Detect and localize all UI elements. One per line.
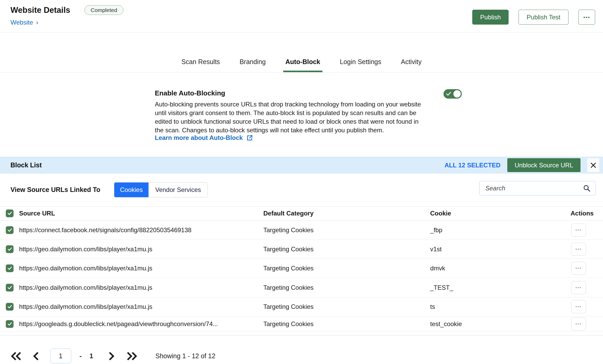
previous-page-button[interactable] bbox=[32, 351, 39, 361]
row-actions-button[interactable]: ••• bbox=[571, 262, 586, 275]
table-row: https://geo.dailymotion.com/libs/player/… bbox=[0, 259, 603, 278]
source-url-cell: https://connect.facebook.net/signals/con… bbox=[19, 226, 191, 234]
default-category-cell: Targeting Cookies bbox=[263, 303, 314, 310]
double-chevron-left-icon bbox=[10, 351, 22, 361]
default-category-cell: Targeting Cookies bbox=[263, 265, 314, 272]
row-checkbox[interactable] bbox=[6, 303, 14, 311]
filter-cookies-button[interactable]: Cookies bbox=[114, 183, 149, 197]
default-category-cell: Targeting Cookies bbox=[263, 226, 314, 234]
tab-activity[interactable]: Activity bbox=[399, 58, 424, 72]
chevron-right-icon bbox=[108, 351, 115, 361]
check-icon bbox=[7, 228, 12, 232]
cookie-cell: _TEST_ bbox=[430, 284, 453, 291]
check-icon bbox=[7, 286, 12, 290]
pagination: - 1 Showing 1 - 12 of 12 bbox=[10, 349, 215, 363]
selection-count-text: ALL 12 SELECTED bbox=[445, 162, 500, 169]
auto-blocking-toggle[interactable] bbox=[443, 89, 462, 99]
table-row: https://geo.dailymotion.com/libs/player/… bbox=[0, 278, 603, 297]
ellipsis-icon: ••• bbox=[576, 285, 582, 290]
linked-to-segmented-control: Cookies Vendor Services bbox=[114, 182, 208, 197]
page-header: Website Details Completed Website › Publ… bbox=[0, 0, 603, 33]
page-number-input[interactable] bbox=[50, 349, 71, 363]
column-source-url: Source URL bbox=[19, 210, 55, 217]
row-checkbox[interactable] bbox=[6, 245, 14, 253]
tab-scan-results[interactable]: Scan Results bbox=[179, 58, 222, 72]
select-all-checkbox[interactable] bbox=[6, 209, 14, 217]
toggle-knob bbox=[453, 90, 461, 98]
row-checkbox[interactable] bbox=[6, 226, 14, 234]
more-options-button[interactable]: ••• bbox=[578, 10, 595, 25]
learn-more-label: Learn more about Auto-Block bbox=[155, 134, 243, 141]
close-icon bbox=[590, 162, 597, 169]
search-input[interactable] bbox=[480, 185, 583, 192]
table-row: https://geo.dailymotion.com/libs/player/… bbox=[0, 240, 603, 259]
check-icon bbox=[7, 247, 12, 251]
chevron-left-icon bbox=[32, 351, 39, 361]
total-pages: 1 bbox=[89, 352, 93, 360]
row-actions-button[interactable]: ••• bbox=[571, 300, 586, 313]
search-box bbox=[479, 181, 596, 195]
tab-bar: Scan Results Branding Auto-Block Login S… bbox=[0, 33, 603, 72]
ellipsis-icon: ••• bbox=[576, 304, 582, 309]
row-actions-button[interactable]: ••• bbox=[571, 224, 586, 237]
ellipsis-icon: ••• bbox=[576, 247, 582, 252]
filter-vendor-services-button[interactable]: Vendor Services bbox=[149, 183, 208, 197]
table-header: Source URL Default Category Cookie Actio… bbox=[0, 206, 603, 220]
ellipsis-icon: ••• bbox=[576, 228, 582, 233]
publish-test-button[interactable]: Publish Test bbox=[519, 10, 568, 25]
block-list-bar: Block List ALL 12 SELECTED Unblock Sourc… bbox=[0, 157, 603, 174]
check-icon bbox=[7, 266, 12, 270]
source-url-cell: https://googleads.g.doubleclick.net/page… bbox=[19, 320, 218, 328]
table-row: https://geo.dailymotion.com/libs/player/… bbox=[0, 297, 603, 316]
row-actions-button[interactable]: ••• bbox=[571, 243, 586, 256]
close-selection-button[interactable] bbox=[587, 158, 599, 172]
last-page-button[interactable] bbox=[126, 351, 138, 361]
table-row: https://connect.facebook.net/signals/con… bbox=[0, 220, 603, 240]
tab-branding[interactable]: Branding bbox=[237, 58, 268, 72]
cookie-cell: _fbp bbox=[430, 226, 442, 234]
cookie-cell: test_cookie bbox=[430, 320, 462, 328]
row-actions-button[interactable]: ••• bbox=[571, 317, 586, 331]
tab-login-settings[interactable]: Login Settings bbox=[338, 58, 383, 72]
row-checkbox[interactable] bbox=[6, 264, 14, 272]
ellipsis-icon: ••• bbox=[576, 321, 582, 327]
column-cookie: Cookie bbox=[430, 210, 451, 217]
filter-label: View Source URLs Linked To bbox=[10, 186, 100, 194]
unblock-source-url-button[interactable]: Unblock Source URL bbox=[507, 158, 581, 172]
breadcrumb: Website › bbox=[10, 19, 38, 26]
cookie-cell: ts bbox=[430, 303, 435, 310]
default-category-cell: Targeting Cookies bbox=[263, 320, 314, 328]
cookie-cell: dmvk bbox=[430, 265, 445, 272]
double-chevron-right-icon bbox=[126, 351, 138, 361]
external-link-icon bbox=[246, 134, 253, 141]
source-url-cell: https://geo.dailymotion.com/libs/player/… bbox=[19, 284, 152, 291]
pagination-summary: Showing 1 - 12 of 12 bbox=[155, 352, 215, 360]
check-icon bbox=[7, 211, 12, 215]
publish-button[interactable]: Publish bbox=[472, 10, 509, 25]
breadcrumb-website-link[interactable]: Website bbox=[10, 19, 33, 26]
row-actions-button[interactable]: ••• bbox=[571, 281, 586, 294]
search-icon[interactable] bbox=[583, 184, 591, 192]
row-checkbox[interactable] bbox=[6, 284, 14, 292]
source-url-cell: https://geo.dailymotion.com/libs/player/… bbox=[19, 303, 152, 310]
block-list-title: Block List bbox=[10, 161, 42, 169]
next-page-button[interactable] bbox=[108, 351, 115, 361]
tab-auto-block[interactable]: Auto-Block bbox=[283, 58, 322, 72]
table-row: https://googleads.g.doubleclick.net/page… bbox=[0, 316, 603, 332]
column-actions: Actions bbox=[571, 210, 594, 217]
source-url-cell: https://geo.dailymotion.com/libs/player/… bbox=[19, 246, 152, 253]
chevron-right-icon: › bbox=[36, 19, 38, 26]
check-icon bbox=[446, 91, 452, 96]
row-checkbox[interactable] bbox=[6, 320, 14, 328]
auto-blocking-heading: Enable Auto-Blocking bbox=[155, 89, 225, 97]
source-url-cell: https://geo.dailymotion.com/libs/player/… bbox=[19, 265, 152, 272]
check-icon bbox=[7, 322, 12, 326]
page-separator: - bbox=[79, 352, 82, 360]
check-icon bbox=[7, 305, 12, 309]
default-category-cell: Targeting Cookies bbox=[263, 246, 314, 253]
learn-more-link[interactable]: Learn more about Auto-Block bbox=[155, 134, 253, 141]
cookie-cell: v1st bbox=[430, 246, 442, 253]
table-footer: - 1 Showing 1 - 12 of 12 bbox=[0, 335, 603, 364]
status-badge: Completed bbox=[84, 5, 124, 15]
first-page-button[interactable] bbox=[10, 351, 22, 361]
